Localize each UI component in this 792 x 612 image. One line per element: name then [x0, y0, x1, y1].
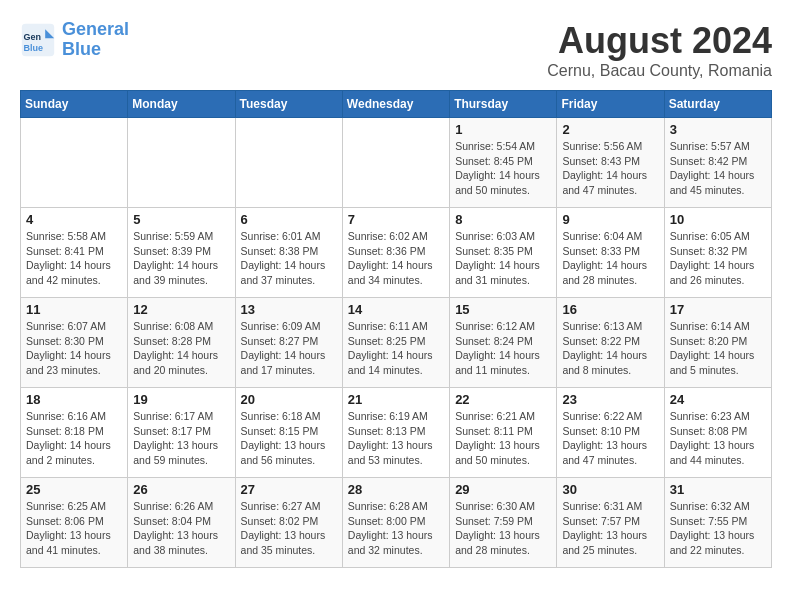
day-number: 10 [670, 212, 766, 227]
logo-icon: Gen Blue [20, 22, 56, 58]
day-info: Sunrise: 6:18 AM Sunset: 8:15 PM Dayligh… [241, 409, 337, 468]
title-block: August 2024 Cernu, Bacau County, Romania [547, 20, 772, 80]
day-number: 12 [133, 302, 229, 317]
day-number: 23 [562, 392, 658, 407]
day-info: Sunrise: 5:59 AM Sunset: 8:39 PM Dayligh… [133, 229, 229, 288]
day-number: 2 [562, 122, 658, 137]
calendar-cell: 6Sunrise: 6:01 AM Sunset: 8:38 PM Daylig… [235, 208, 342, 298]
day-number: 19 [133, 392, 229, 407]
calendar-cell [342, 118, 449, 208]
calendar-cell: 15Sunrise: 6:12 AM Sunset: 8:24 PM Dayli… [450, 298, 557, 388]
calendar-cell: 22Sunrise: 6:21 AM Sunset: 8:11 PM Dayli… [450, 388, 557, 478]
calendar-cell: 14Sunrise: 6:11 AM Sunset: 8:25 PM Dayli… [342, 298, 449, 388]
calendar-week-row: 11Sunrise: 6:07 AM Sunset: 8:30 PM Dayli… [21, 298, 772, 388]
day-info: Sunrise: 6:16 AM Sunset: 8:18 PM Dayligh… [26, 409, 122, 468]
calendar-cell: 25Sunrise: 6:25 AM Sunset: 8:06 PM Dayli… [21, 478, 128, 568]
day-number: 27 [241, 482, 337, 497]
day-info: Sunrise: 6:19 AM Sunset: 8:13 PM Dayligh… [348, 409, 444, 468]
calendar-cell: 16Sunrise: 6:13 AM Sunset: 8:22 PM Dayli… [557, 298, 664, 388]
day-info: Sunrise: 6:26 AM Sunset: 8:04 PM Dayligh… [133, 499, 229, 558]
calendar-cell [235, 118, 342, 208]
day-number: 4 [26, 212, 122, 227]
day-number: 5 [133, 212, 229, 227]
calendar-cell: 30Sunrise: 6:31 AM Sunset: 7:57 PM Dayli… [557, 478, 664, 568]
day-number: 13 [241, 302, 337, 317]
calendar-week-row: 1Sunrise: 5:54 AM Sunset: 8:45 PM Daylig… [21, 118, 772, 208]
calendar-cell: 12Sunrise: 6:08 AM Sunset: 8:28 PM Dayli… [128, 298, 235, 388]
day-number: 14 [348, 302, 444, 317]
day-info: Sunrise: 6:22 AM Sunset: 8:10 PM Dayligh… [562, 409, 658, 468]
day-info: Sunrise: 6:13 AM Sunset: 8:22 PM Dayligh… [562, 319, 658, 378]
svg-text:Gen: Gen [24, 32, 42, 42]
calendar-cell: 8Sunrise: 6:03 AM Sunset: 8:35 PM Daylig… [450, 208, 557, 298]
day-number: 25 [26, 482, 122, 497]
day-number: 30 [562, 482, 658, 497]
weekday-header-cell: Tuesday [235, 91, 342, 118]
day-number: 16 [562, 302, 658, 317]
day-info: Sunrise: 6:11 AM Sunset: 8:25 PM Dayligh… [348, 319, 444, 378]
page-header: Gen Blue General Blue August 2024 Cernu,… [20, 20, 772, 80]
day-number: 28 [348, 482, 444, 497]
day-number: 1 [455, 122, 551, 137]
day-number: 21 [348, 392, 444, 407]
calendar-cell: 11Sunrise: 6:07 AM Sunset: 8:30 PM Dayli… [21, 298, 128, 388]
weekday-header-cell: Friday [557, 91, 664, 118]
day-number: 18 [26, 392, 122, 407]
day-number: 15 [455, 302, 551, 317]
calendar-cell: 10Sunrise: 6:05 AM Sunset: 8:32 PM Dayli… [664, 208, 771, 298]
day-number: 6 [241, 212, 337, 227]
calendar-week-row: 4Sunrise: 5:58 AM Sunset: 8:41 PM Daylig… [21, 208, 772, 298]
logo: Gen Blue General Blue [20, 20, 129, 60]
day-number: 11 [26, 302, 122, 317]
day-number: 29 [455, 482, 551, 497]
day-info: Sunrise: 5:54 AM Sunset: 8:45 PM Dayligh… [455, 139, 551, 198]
day-info: Sunrise: 6:31 AM Sunset: 7:57 PM Dayligh… [562, 499, 658, 558]
day-info: Sunrise: 6:27 AM Sunset: 8:02 PM Dayligh… [241, 499, 337, 558]
calendar-cell [21, 118, 128, 208]
calendar-cell: 24Sunrise: 6:23 AM Sunset: 8:08 PM Dayli… [664, 388, 771, 478]
svg-text:Blue: Blue [24, 43, 44, 53]
day-info: Sunrise: 6:01 AM Sunset: 8:38 PM Dayligh… [241, 229, 337, 288]
day-number: 7 [348, 212, 444, 227]
calendar-cell: 29Sunrise: 6:30 AM Sunset: 7:59 PM Dayli… [450, 478, 557, 568]
weekday-header-cell: Thursday [450, 91, 557, 118]
day-number: 26 [133, 482, 229, 497]
day-info: Sunrise: 6:32 AM Sunset: 7:55 PM Dayligh… [670, 499, 766, 558]
day-info: Sunrise: 6:28 AM Sunset: 8:00 PM Dayligh… [348, 499, 444, 558]
day-info: Sunrise: 5:57 AM Sunset: 8:42 PM Dayligh… [670, 139, 766, 198]
day-info: Sunrise: 6:17 AM Sunset: 8:17 PM Dayligh… [133, 409, 229, 468]
calendar-cell: 13Sunrise: 6:09 AM Sunset: 8:27 PM Dayli… [235, 298, 342, 388]
calendar-cell: 31Sunrise: 6:32 AM Sunset: 7:55 PM Dayli… [664, 478, 771, 568]
calendar-cell: 1Sunrise: 5:54 AM Sunset: 8:45 PM Daylig… [450, 118, 557, 208]
day-number: 24 [670, 392, 766, 407]
calendar-cell: 5Sunrise: 5:59 AM Sunset: 8:39 PM Daylig… [128, 208, 235, 298]
day-info: Sunrise: 6:21 AM Sunset: 8:11 PM Dayligh… [455, 409, 551, 468]
calendar-cell: 28Sunrise: 6:28 AM Sunset: 8:00 PM Dayli… [342, 478, 449, 568]
calendar-cell: 9Sunrise: 6:04 AM Sunset: 8:33 PM Daylig… [557, 208, 664, 298]
calendar-cell: 20Sunrise: 6:18 AM Sunset: 8:15 PM Dayli… [235, 388, 342, 478]
day-number: 20 [241, 392, 337, 407]
day-info: Sunrise: 6:23 AM Sunset: 8:08 PM Dayligh… [670, 409, 766, 468]
subtitle: Cernu, Bacau County, Romania [547, 62, 772, 80]
weekday-header-cell: Monday [128, 91, 235, 118]
day-info: Sunrise: 5:56 AM Sunset: 8:43 PM Dayligh… [562, 139, 658, 198]
calendar-table: SundayMondayTuesdayWednesdayThursdayFrid… [20, 90, 772, 568]
calendar-body: 1Sunrise: 5:54 AM Sunset: 8:45 PM Daylig… [21, 118, 772, 568]
day-info: Sunrise: 6:09 AM Sunset: 8:27 PM Dayligh… [241, 319, 337, 378]
day-info: Sunrise: 6:14 AM Sunset: 8:20 PM Dayligh… [670, 319, 766, 378]
weekday-header-row: SundayMondayTuesdayWednesdayThursdayFrid… [21, 91, 772, 118]
logo-text: General Blue [62, 20, 129, 60]
day-number: 22 [455, 392, 551, 407]
calendar-cell: 3Sunrise: 5:57 AM Sunset: 8:42 PM Daylig… [664, 118, 771, 208]
calendar-cell: 21Sunrise: 6:19 AM Sunset: 8:13 PM Dayli… [342, 388, 449, 478]
weekday-header-cell: Sunday [21, 91, 128, 118]
calendar-cell: 23Sunrise: 6:22 AM Sunset: 8:10 PM Dayli… [557, 388, 664, 478]
day-info: Sunrise: 6:07 AM Sunset: 8:30 PM Dayligh… [26, 319, 122, 378]
day-number: 17 [670, 302, 766, 317]
calendar-cell: 18Sunrise: 6:16 AM Sunset: 8:18 PM Dayli… [21, 388, 128, 478]
calendar-cell: 19Sunrise: 6:17 AM Sunset: 8:17 PM Dayli… [128, 388, 235, 478]
calendar-cell: 26Sunrise: 6:26 AM Sunset: 8:04 PM Dayli… [128, 478, 235, 568]
day-number: 8 [455, 212, 551, 227]
day-number: 3 [670, 122, 766, 137]
calendar-cell: 4Sunrise: 5:58 AM Sunset: 8:41 PM Daylig… [21, 208, 128, 298]
